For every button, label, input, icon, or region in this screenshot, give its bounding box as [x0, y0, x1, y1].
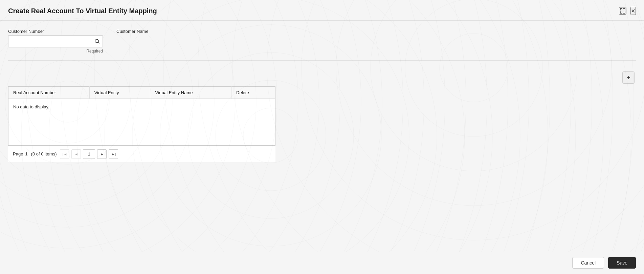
no-data-row: No data to display. [8, 99, 275, 115]
svg-line-1 [98, 42, 99, 44]
modal-title: Create Real Account To Virtual Entity Ma… [8, 7, 157, 15]
add-icon: + [626, 74, 630, 82]
modal-header: Create Real Account To Virtual Entity Ma… [0, 0, 644, 21]
customer-number-input[interactable] [8, 35, 103, 47]
customer-number-input-wrapper [8, 35, 103, 47]
last-page-button[interactable]: ►| [109, 149, 118, 159]
data-table: Real Account Number Virtual Entity Virtu… [8, 86, 275, 146]
add-row-btn-wrapper: + [8, 71, 636, 84]
customer-name-value [116, 35, 149, 47]
spacer-row-2 [8, 125, 275, 135]
page-label: Page [13, 151, 23, 156]
customer-number-group: Customer Number Required [8, 29, 103, 54]
prev-page-icon: ◄ [74, 152, 78, 156]
spacer-row [8, 115, 275, 125]
table-body: No data to display. [8, 99, 275, 146]
col-virtual-entity-name: Virtual Entity Name [150, 87, 231, 99]
search-icon [94, 39, 100, 44]
prev-page-button[interactable]: ◄ [71, 149, 81, 159]
col-real-account-number: Real Account Number [8, 87, 90, 99]
pagination-info: (0 of 0 items) [31, 151, 57, 156]
close-button[interactable]: × [630, 7, 636, 15]
pagination: Page 1 (0 of 0 items) |◄ ◄ ► ►| [8, 146, 275, 162]
modal-footer: Cancel Save [0, 252, 644, 274]
expand-button[interactable] [619, 7, 626, 15]
col-delete: Delete [231, 87, 275, 99]
add-row-button[interactable]: + [622, 71, 635, 84]
spacer-row-3 [8, 135, 275, 145]
first-page-icon: |◄ [63, 152, 67, 156]
section-divider [8, 60, 636, 61]
customer-name-group: Customer Name [116, 29, 149, 47]
customer-number-search-button[interactable] [91, 35, 103, 47]
last-page-icon: ►| [111, 152, 116, 156]
first-page-button[interactable]: |◄ [60, 149, 69, 159]
header-actions: × [619, 7, 636, 15]
page-number-display: 1 [25, 151, 27, 156]
table-header-row: Real Account Number Virtual Entity Virtu… [8, 87, 275, 99]
table-header: Real Account Number Virtual Entity Virtu… [8, 87, 275, 99]
col-virtual-entity: Virtual Entity [89, 87, 150, 99]
customer-number-label: Customer Number [8, 29, 103, 34]
customer-number-required: Required [8, 49, 103, 54]
modal-overlay: Create Real Account To Virtual Entity Ma… [0, 0, 644, 274]
customer-name-label: Customer Name [116, 29, 149, 34]
current-page-input[interactable] [83, 149, 95, 159]
cancel-button[interactable]: Cancel [572, 257, 604, 269]
save-button[interactable]: Save [608, 257, 636, 269]
form-row: Customer Number Required Cu [8, 29, 636, 54]
modal: Create Real Account To Virtual Entity Ma… [0, 0, 644, 274]
next-page-icon: ► [100, 152, 104, 156]
next-page-button[interactable]: ► [97, 149, 107, 159]
modal-body: Customer Number Required Cu [0, 21, 644, 71]
table-section: + Real Account Number Virtual Entity Vir… [0, 71, 644, 162]
no-data-cell: No data to display. [8, 99, 275, 115]
